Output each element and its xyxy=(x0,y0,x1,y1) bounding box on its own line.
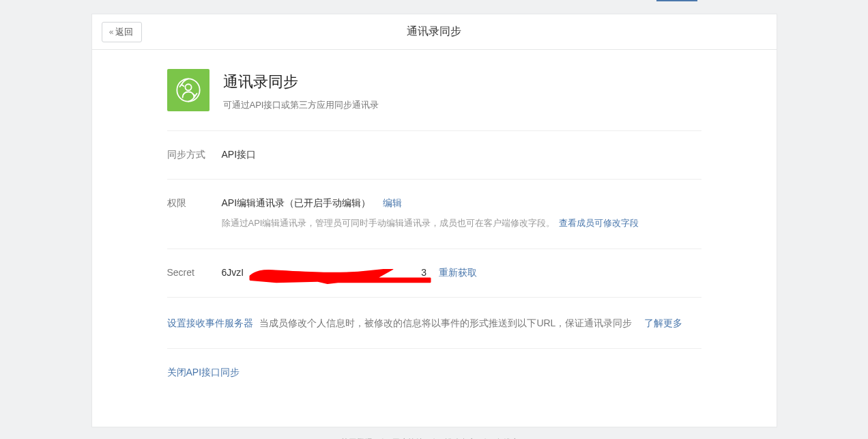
page-title: 通讯录同步 xyxy=(407,25,461,39)
row-permission: 权限 API编辑通讯录（已开启手动编辑） 编辑 除通过API编辑通讯录，管理员可… xyxy=(167,179,701,249)
row-secret: Secret 6JvzI3 重新获取 xyxy=(167,249,701,297)
permission-content: API编辑通讯录（已开启手动编辑） 编辑 除通过API编辑通讯录，管理员可同时手… xyxy=(222,197,701,231)
permission-value: API编辑通讯录（已开启手动编辑） xyxy=(222,197,371,208)
permission-edit-link[interactable]: 编辑 xyxy=(383,197,402,208)
app-meta: 通讯录同步 可通过API接口或第三方应用同步通讯录 xyxy=(223,69,379,111)
contacts-sync-icon xyxy=(167,69,209,111)
view-fields-link[interactable]: 查看成员可修改字段 xyxy=(559,218,639,228)
secret-value: 6JvzI3 xyxy=(222,267,426,278)
learn-more-link[interactable]: 了解更多 xyxy=(644,317,682,328)
permission-sub-text: 除通过API编辑通讯录，管理员可同时手动编辑通讯录，成员也可在客户端修改字段。 xyxy=(222,218,555,228)
top-accent xyxy=(656,0,697,1)
app-header: 通讯录同步 可通过API接口或第三方应用同步通讯录 xyxy=(167,69,701,130)
svg-point-1 xyxy=(185,84,191,90)
sync-method-label: 同步方式 xyxy=(167,149,222,161)
setup-event-server-link[interactable]: 设置接收事件服务器 xyxy=(167,317,253,328)
secret-label: Secret xyxy=(167,267,222,278)
sync-method-value: API接口 xyxy=(222,149,701,161)
close-api-link[interactable]: 关闭API接口同步 xyxy=(167,367,240,378)
page-container: « 返回 通讯录同步 通讯录同步 可通过API接口或第三方应用同步通讯录 xyxy=(91,14,777,427)
row-event-server: 设置接收事件服务器 当成员修改个人信息时，被修改的信息将以事件的形式推送到以下U… xyxy=(167,297,701,348)
app-desc: 可通过API接口或第三方应用同步通讯录 xyxy=(223,99,379,111)
event-desc: 当成员修改个人信息时，被修改的信息将以事件的形式推送到以下URL，保证通讯录同步 xyxy=(259,317,632,328)
back-button-label: 返回 xyxy=(115,26,133,38)
permission-label: 权限 xyxy=(167,197,222,210)
page-header: « 返回 通讯录同步 xyxy=(92,14,777,50)
content-area: 通讯录同步 可通过API接口或第三方应用同步通讯录 同步方式 API接口 权限 … xyxy=(92,50,777,427)
row-sync-method: 同步方式 API接口 xyxy=(167,130,701,179)
row-close-api: 关闭API接口同步 xyxy=(167,348,701,393)
app-title: 通讯录同步 xyxy=(223,72,379,92)
chevron-left-icon: « xyxy=(109,27,111,37)
secret-content: 6JvzI3 重新获取 xyxy=(222,267,701,279)
back-button[interactable]: « 返回 xyxy=(102,22,142,42)
secret-reget-link[interactable]: 重新获取 xyxy=(439,267,477,278)
